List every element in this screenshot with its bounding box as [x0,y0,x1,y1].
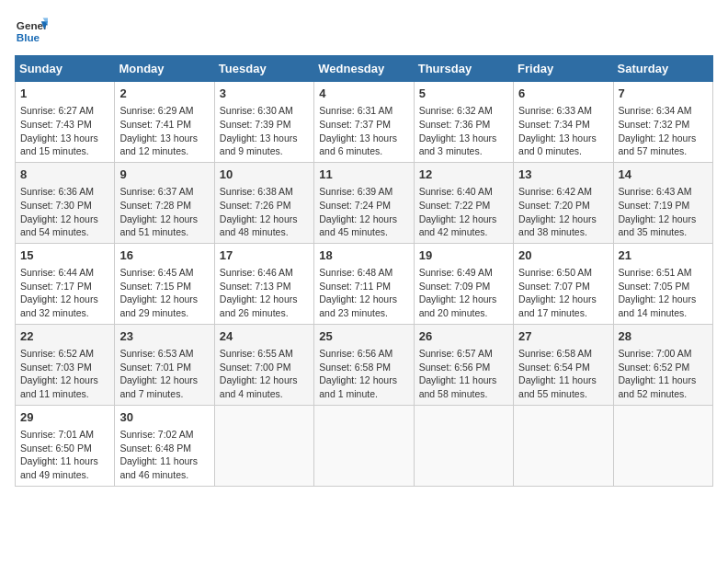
calendar-cell: 8Sunrise: 6:36 AM Sunset: 7:30 PM Daylig… [16,162,115,243]
calendar-cell: 10Sunrise: 6:38 AM Sunset: 7:26 PM Dayli… [214,162,313,243]
calendar-cell [314,405,414,486]
day-number: 20 [518,247,608,264]
calendar-week-row: 29Sunrise: 7:01 AM Sunset: 6:50 PM Dayli… [16,405,713,486]
day-number: 23 [119,328,209,345]
day-number: 1 [20,86,109,102]
day-info: Sunrise: 6:58 AM Sunset: 6:54 PM Dayligh… [518,347,608,401]
day-number: 17 [220,247,309,264]
day-info: Sunrise: 6:32 AM Sunset: 7:36 PM Dayligh… [419,104,508,158]
day-number: 29 [20,409,109,426]
calendar-week-row: 1Sunrise: 6:27 AM Sunset: 7:43 PM Daylig… [16,82,713,163]
day-number: 9 [119,167,209,183]
day-info: Sunrise: 7:01 AM Sunset: 6:50 PM Dayligh… [20,428,109,482]
calendar-cell: 25Sunrise: 6:56 AM Sunset: 6:58 PM Dayli… [314,324,414,405]
calendar-cell: 27Sunrise: 6:58 AM Sunset: 6:54 PM Dayli… [514,324,613,405]
day-info: Sunrise: 6:55 AM Sunset: 7:00 PM Dayligh… [220,347,309,401]
weekday-header-tuesday: Tuesday [214,56,313,82]
calendar-week-row: 22Sunrise: 6:52 AM Sunset: 7:03 PM Dayli… [16,324,713,405]
calendar-cell: 4Sunrise: 6:31 AM Sunset: 7:37 PM Daylig… [314,82,414,163]
day-number: 10 [220,167,309,183]
day-info: Sunrise: 6:33 AM Sunset: 7:34 PM Dayligh… [518,104,608,158]
calendar-table: SundayMondayTuesdayWednesdayThursdayFrid… [15,55,713,487]
day-info: Sunrise: 6:51 AM Sunset: 7:05 PM Dayligh… [619,266,708,320]
day-number: 13 [518,167,608,183]
calendar-cell [214,405,313,486]
day-number: 15 [20,247,109,264]
calendar-cell: 14Sunrise: 6:43 AM Sunset: 7:19 PM Dayli… [613,162,712,243]
calendar-cell: 9Sunrise: 6:37 AM Sunset: 7:28 PM Daylig… [115,162,214,243]
calendar-cell: 23Sunrise: 6:53 AM Sunset: 7:01 PM Dayli… [115,324,214,405]
calendar-cell: 2Sunrise: 6:29 AM Sunset: 7:41 PM Daylig… [115,82,214,163]
calendar-cell [414,405,513,486]
calendar-cell: 16Sunrise: 6:45 AM Sunset: 7:15 PM Dayli… [115,243,214,324]
day-info: Sunrise: 6:48 AM Sunset: 7:11 PM Dayligh… [319,266,408,320]
day-number: 3 [220,86,309,102]
day-info: Sunrise: 6:43 AM Sunset: 7:19 PM Dayligh… [619,185,708,239]
calendar-cell: 3Sunrise: 6:30 AM Sunset: 7:39 PM Daylig… [214,82,313,163]
svg-text:Blue: Blue [17,31,40,43]
calendar-cell: 5Sunrise: 6:32 AM Sunset: 7:36 PM Daylig… [414,82,513,163]
calendar-cell: 17Sunrise: 6:46 AM Sunset: 7:13 PM Dayli… [214,243,313,324]
calendar-cell: 28Sunrise: 7:00 AM Sunset: 6:52 PM Dayli… [613,324,712,405]
calendar-cell: 30Sunrise: 7:02 AM Sunset: 6:48 PM Dayli… [115,405,214,486]
calendar-week-row: 8Sunrise: 6:36 AM Sunset: 7:30 PM Daylig… [16,162,713,243]
calendar-week-row: 15Sunrise: 6:44 AM Sunset: 7:17 PM Dayli… [16,243,713,324]
day-info: Sunrise: 6:34 AM Sunset: 7:32 PM Dayligh… [619,104,708,158]
day-number: 22 [20,328,109,345]
day-number: 25 [319,328,408,345]
day-info: Sunrise: 6:57 AM Sunset: 6:56 PM Dayligh… [419,347,508,401]
day-info: Sunrise: 7:00 AM Sunset: 6:52 PM Dayligh… [619,347,708,401]
calendar-cell: 19Sunrise: 6:49 AM Sunset: 7:09 PM Dayli… [414,243,513,324]
day-info: Sunrise: 6:40 AM Sunset: 7:22 PM Dayligh… [419,185,508,239]
day-info: Sunrise: 6:46 AM Sunset: 7:13 PM Dayligh… [220,266,309,320]
calendar-cell: 29Sunrise: 7:01 AM Sunset: 6:50 PM Dayli… [16,405,115,486]
weekday-header-wednesday: Wednesday [314,56,414,82]
day-number: 7 [619,86,708,102]
day-info: Sunrise: 6:30 AM Sunset: 7:39 PM Dayligh… [220,104,309,158]
day-info: Sunrise: 6:49 AM Sunset: 7:09 PM Dayligh… [419,266,508,320]
calendar-cell: 26Sunrise: 6:57 AM Sunset: 6:56 PM Dayli… [414,324,513,405]
day-number: 24 [220,328,309,345]
day-info: Sunrise: 6:39 AM Sunset: 7:24 PM Dayligh… [319,185,408,239]
day-number: 8 [20,167,109,183]
day-number: 12 [419,167,508,183]
calendar-cell: 12Sunrise: 6:40 AM Sunset: 7:22 PM Dayli… [414,162,513,243]
calendar-cell: 22Sunrise: 6:52 AM Sunset: 7:03 PM Dayli… [16,324,115,405]
calendar-cell: 7Sunrise: 6:34 AM Sunset: 7:32 PM Daylig… [613,82,712,163]
calendar-cell: 1Sunrise: 6:27 AM Sunset: 7:43 PM Daylig… [16,82,115,163]
day-info: Sunrise: 7:02 AM Sunset: 6:48 PM Dayligh… [119,428,209,482]
calendar-cell: 18Sunrise: 6:48 AM Sunset: 7:11 PM Dayli… [314,243,414,324]
calendar-cell [514,405,613,486]
day-info: Sunrise: 6:29 AM Sunset: 7:41 PM Dayligh… [119,104,209,158]
day-number: 4 [319,86,408,102]
calendar-cell: 15Sunrise: 6:44 AM Sunset: 7:17 PM Dayli… [16,243,115,324]
day-number: 6 [518,86,608,102]
day-info: Sunrise: 6:52 AM Sunset: 7:03 PM Dayligh… [20,347,109,401]
logo-icon: General Blue [15,15,48,48]
day-info: Sunrise: 6:56 AM Sunset: 6:58 PM Dayligh… [319,347,408,401]
day-number: 27 [518,328,608,345]
weekday-header-friday: Friday [514,56,613,82]
weekday-header-saturday: Saturday [613,56,712,82]
weekday-header-row: SundayMondayTuesdayWednesdayThursdayFrid… [16,56,713,82]
day-number: 11 [319,167,408,183]
day-info: Sunrise: 6:37 AM Sunset: 7:28 PM Dayligh… [119,185,209,239]
day-number: 16 [119,247,209,264]
weekday-header-monday: Monday [115,56,214,82]
calendar-cell: 21Sunrise: 6:51 AM Sunset: 7:05 PM Dayli… [613,243,712,324]
day-info: Sunrise: 6:36 AM Sunset: 7:30 PM Dayligh… [20,185,109,239]
weekday-header-thursday: Thursday [414,56,513,82]
day-info: Sunrise: 6:31 AM Sunset: 7:37 PM Dayligh… [319,104,408,158]
day-info: Sunrise: 6:53 AM Sunset: 7:01 PM Dayligh… [119,347,209,401]
day-info: Sunrise: 6:27 AM Sunset: 7:43 PM Dayligh… [20,104,109,158]
day-number: 30 [119,409,209,426]
calendar-cell: 20Sunrise: 6:50 AM Sunset: 7:07 PM Dayli… [514,243,613,324]
day-number: 2 [119,86,209,102]
day-info: Sunrise: 6:42 AM Sunset: 7:20 PM Dayligh… [518,185,608,239]
day-number: 5 [419,86,508,102]
day-info: Sunrise: 6:38 AM Sunset: 7:26 PM Dayligh… [220,185,309,239]
calendar-cell: 13Sunrise: 6:42 AM Sunset: 7:20 PM Dayli… [514,162,613,243]
calendar-cell: 11Sunrise: 6:39 AM Sunset: 7:24 PM Dayli… [314,162,414,243]
logo: General Blue [15,15,48,48]
day-number: 14 [619,167,708,183]
